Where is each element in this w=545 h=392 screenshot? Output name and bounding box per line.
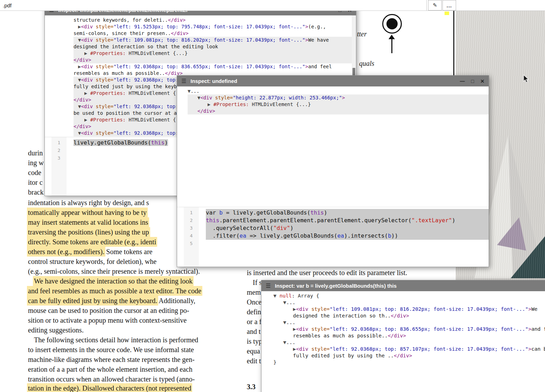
text-segment: </div>	[171, 30, 189, 36]
tree-row[interactable]: ▶<div style="left: 92.0368px; top: 836.6…	[74, 63, 356, 70]
pdf-text-line: indentation is always right by design, a…	[28, 199, 149, 207]
pdf-text-line: directly. Some tokens are editable (e.g.…	[28, 238, 156, 246]
text-segment: We have	[308, 37, 329, 43]
pdf-text: and t	[247, 328, 260, 335]
pdf-text-line: editing suggestions.	[28, 326, 84, 334]
menu-icon[interactable]: ☰	[181, 78, 186, 84]
code-editor[interactable]: var b = lively.getGlobalBounds(this)this…	[199, 207, 489, 267]
tree-row[interactable]: ▶<div style="left: 91.5253px; top: 795.7…	[74, 23, 356, 30]
text-segment: <div	[81, 37, 93, 43]
text-segment: )	[165, 139, 168, 146]
text-segment: ▶	[84, 50, 90, 56]
text-segment: style=	[93, 104, 113, 109]
dom-tree-pane: ▼...▼<div style="height: 22.877px; width…	[177, 86, 489, 207]
tree-row[interactable]: ▶<div style="left: 92.0368px; top: 836.6…	[273, 326, 545, 332]
tree-row[interactable]: designed the interaction so th..</div>	[273, 313, 545, 319]
text-segment: >	[528, 346, 531, 352]
tree-row[interactable]: </div>	[188, 108, 489, 114]
text-segment: ▼	[283, 300, 286, 305]
pdf-text: is inserted and the user proceeds to edi…	[247, 269, 407, 276]
pdf-text-line: is inserted and the user proceeds to edi…	[247, 269, 407, 277]
tree-row[interactable]: ▶ #Properties: HTMLDivElement {...}	[188, 101, 489, 108]
tree-row[interactable]: ▶<div style="left: 109.081px; top: 816.2…	[273, 306, 545, 313]
pdf-text-line: sition or to activate a popup menu with …	[28, 316, 187, 324]
code-line[interactable]: .querySelectorAll("div")	[206, 224, 489, 232]
text-segment: </div>	[74, 124, 91, 129]
text-segment: </div>	[391, 313, 409, 318]
text-segment: ▶	[208, 102, 214, 107]
text-segment: )	[452, 217, 455, 224]
tree-row[interactable]: structure keywords, for deleti..</div>	[74, 17, 356, 23]
pdf-text-line: If s	[253, 279, 262, 287]
text-segment: ea	[337, 232, 344, 239]
text-segment: ▶	[293, 306, 296, 312]
tree-row[interactable]: fully edited just by using the ..</div>	[273, 352, 545, 359]
tree-row[interactable]: resembles as much as possible..</div>	[273, 332, 545, 339]
pdf-text-line: edit t	[247, 357, 261, 365]
text-segment: <div	[81, 104, 93, 109]
edit-button[interactable]: ✎	[428, 0, 442, 10]
text-segment: <div	[296, 326, 308, 332]
tree-row[interactable]: semi-colons, since their presen..</div>	[74, 30, 356, 37]
pdf-text: eration of a a part of the whole element…	[28, 365, 193, 373]
text-segment: .querySelectorAll(	[206, 225, 273, 231]
window-titlebar[interactable]: ☰ Inspect: undefined — □ ✕	[177, 76, 489, 86]
pdf-text: machine-like diagrams where each state r…	[28, 356, 195, 363]
code-line[interactable]: this.parentElement.parentElement.parentE…	[206, 217, 489, 224]
tree-row[interactable]: ▼...	[273, 339, 545, 346]
pdf-text-line: others not (e.g., modifiers). Some token…	[28, 248, 154, 256]
text-segment: #Properties:	[90, 117, 126, 122]
text-segment: ".textLayer"	[412, 217, 452, 224]
pdf-highlighted-text: tation in the edge). Disallowed characte…	[28, 384, 191, 392]
tree-row[interactable]: ▶ #Properties: HTMLDivElement {...}	[74, 50, 356, 57]
pdf-tab-title[interactable]: .pdf	[3, 2, 12, 8]
text-segment: #Properties:	[214, 102, 249, 107]
pdf-text: editing suggestions.	[28, 326, 84, 334]
pdf-text-line: tomatically appear without having to be …	[28, 209, 147, 217]
tree-row[interactable]: ▼<div style="height: 22.877px; width: 25…	[188, 94, 489, 101]
dom-tree-pane: ▼ null: Array {▼...▶<div style="left: 10…	[261, 291, 545, 392]
text-segment: #Properties:	[90, 50, 126, 56]
text-segment: this	[310, 209, 324, 216]
close-button[interactable]: ✕	[480, 79, 484, 84]
more-options-button[interactable]: ...	[442, 0, 456, 10]
minimize-button[interactable]: —	[460, 79, 465, 84]
pdf-text: control structure keywords, for deletion…	[28, 258, 156, 265]
code-editor-pane[interactable]: 12345 var b = lively.getGlobalBounds(thi…	[177, 207, 489, 267]
pdf-text: Once	[247, 298, 261, 306]
menu-icon[interactable]: ☰	[266, 283, 271, 289]
text-segment: <div	[81, 64, 93, 69]
tree-row[interactable]: ▼ null: Array {	[273, 293, 545, 299]
maximize-button[interactable]: □	[471, 79, 474, 84]
text-segment: ))	[391, 232, 398, 239]
pdf-text-line: eration of a a part of the whole element…	[28, 365, 193, 373]
text-segment: can be	[531, 346, 545, 352]
text-segment: style=	[308, 346, 330, 352]
text-segment: #Properties:	[90, 90, 126, 96]
tree-row[interactable]: ▼...	[273, 319, 545, 326]
pdf-text-line: equa	[247, 347, 260, 355]
tree-row[interactable]: </div>	[74, 57, 356, 63]
code-line[interactable]: .filter(ea => lively.getGlobalBounds(ea)…	[206, 232, 489, 240]
text-segment: fully edited just by using the ..	[293, 353, 394, 358]
text-segment: ...	[286, 340, 295, 345]
line-number-gutter: 123	[51, 137, 67, 196]
text-segment: style=	[93, 77, 113, 83]
pdf-text-line: mem	[247, 288, 261, 296]
window-titlebar[interactable]: ☰ Inspect: var b = lively.getGlobalBound…	[261, 280, 545, 291]
pdf-highlighted-text: others not (e.g., modifiers).	[28, 248, 104, 255]
text-segment: ...	[190, 88, 199, 94]
code-line[interactable]	[206, 240, 489, 247]
tree-row[interactable]: }	[273, 359, 545, 366]
tree-row[interactable]: ▶<div style="left: 92.0368px; top: 857.1…	[273, 346, 545, 352]
top-toolbar: .pdf ✎ ...	[0, 0, 545, 11]
code-line[interactable]: var b = lively.getGlobalBounds(this)	[206, 209, 489, 217]
tree-row[interactable]: designed the interaction so that the edi…	[74, 43, 356, 50]
pdf-text: sition or to activate a popup menu with …	[28, 316, 187, 324]
pdf-text-line: or a f	[247, 318, 261, 326]
tree-row[interactable]: ▼...	[188, 88, 489, 94]
pdf-text-line: We have designed the interaction so that…	[34, 277, 193, 285]
ellipsis-icon: ...	[447, 2, 452, 8]
tree-row[interactable]: ▼...	[273, 299, 545, 306]
tree-row[interactable]: ▼<div style="left: 109.081px; top: 816.2…	[74, 37, 356, 43]
